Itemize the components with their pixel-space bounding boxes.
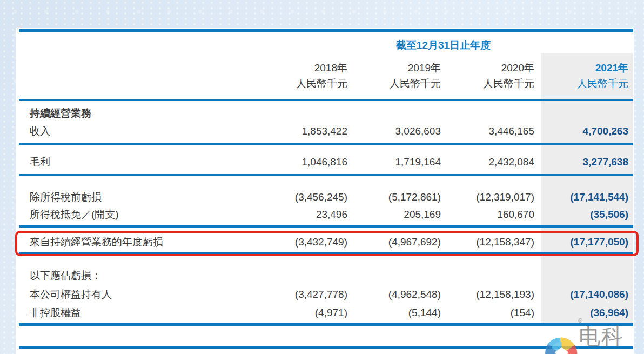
table-row: 持續經營業務 [19,107,633,120]
cell-2019: 1,719,164 [347,156,441,168]
brand-text: 电科技 [579,318,644,354]
row-label: 非控股權益 [19,306,253,320]
table-row: 本公司權益持有人 (3,427,778) (4,962,548) (12,158… [19,288,633,301]
cell-2020: 2,432,084 [441,156,534,168]
table-row: 非控股權益 (4,971) (5,144) (154) (36,964) [19,306,633,319]
cell-2018: 23,496 [253,209,347,221]
watermark-logo: ® 电科技 [545,318,644,354]
cell-2021: (17,141,544) [534,191,633,203]
table-row: 除所得稅前虧損 (3,456,245) (5,172,861) (12,319,… [19,191,633,204]
table-row: 毛利 1,046,816 1,719,164 2,432,084 3,277,6… [19,156,633,169]
table-bottom-rule-lower [19,346,633,349]
cell-2019: (5,172,861) [347,191,441,203]
year-header-2018: 2018年 [253,61,347,75]
cell-2018: (3,427,778) [253,289,347,300]
current-year-column-highlight [541,53,633,324]
cell-2020: 160,670 [441,209,534,221]
row-separator-rule [19,225,633,228]
cell-2018: 1,046,816 [253,156,347,168]
cell-2021: 3,277,638 [534,156,633,168]
row-separator-rule [19,174,633,176]
cell-2018: (4,971) [253,307,347,319]
registered-mark: ® [578,317,582,324]
cell-2018: (3,456,245) [253,191,347,203]
unit-header-row: 人民幣千元 人民幣千元 人民幣千元 人民幣千元 [19,77,633,90]
table-row: 以下應佔虧損： [19,269,633,282]
cell-2018: 1,853,422 [253,125,347,137]
row-label: 本公司權益持有人 [19,288,253,302]
cell-2021: (17,140,086) [534,289,633,300]
cell-2020: (12,319,017) [441,191,534,203]
financial-table: 截至12月31日止年度 2018年 2019年 2020年 2021年 人民幣千… [19,28,633,354]
cell-2020: (154) [441,307,534,319]
pinwheel-logo-icon [545,336,579,354]
cell-2019: 3,026,603 [347,125,441,137]
row-label: 毛利 [19,155,253,169]
cell-2021: (36,964) [534,307,633,319]
year-header-2021: 2021年 [534,61,633,75]
report-page: 截至12月31日止年度 2018年 2019年 2020年 2021年 人民幣千… [16,28,634,354]
cell-2019: (5,144) [347,307,441,319]
row-separator-rule [19,143,633,145]
table-row: 收入 1,853,422 3,026,603 3,446,165 4,700,2… [19,125,633,138]
row-label: 除所得稅前虧損 [19,190,253,204]
cell-2021: (35,506) [534,209,633,221]
cell-2019: 205,169 [347,209,441,221]
unit-header-2020: 人民幣千元 [441,77,534,91]
year-header-2019: 2019年 [347,61,441,75]
table-row: 所得稅抵免／(開支) 23,496 205,169 160,670 (35,50… [19,208,633,221]
unit-header-2019: 人民幣千元 [347,77,441,91]
row-label: 所得稅抵免／(開支) [19,208,253,222]
unit-header-2018: 人民幣千元 [253,77,347,91]
cell-2021: 4,700,263 [534,125,633,137]
cell-2020: (12,158,193) [441,289,534,300]
table-top-rule [19,29,633,32]
row-label: 持續經營業務 [19,106,253,121]
red-highlight-annotation [15,231,639,256]
cell-2020: 3,446,165 [441,125,534,137]
header-bottom-rule [19,99,633,101]
year-header-2020: 2020年 [441,61,534,75]
year-header-row: 2018年 2019年 2020年 2021年 [19,62,633,75]
row-label: 以下應佔虧損： [19,269,253,283]
period-header: 截至12月31日止年度 [253,38,633,52]
table-bottom-rule-upper [19,323,633,326]
cell-2019: (4,962,548) [347,289,441,300]
unit-header-2021: 人民幣千元 [534,77,633,91]
row-label: 收入 [19,124,253,138]
